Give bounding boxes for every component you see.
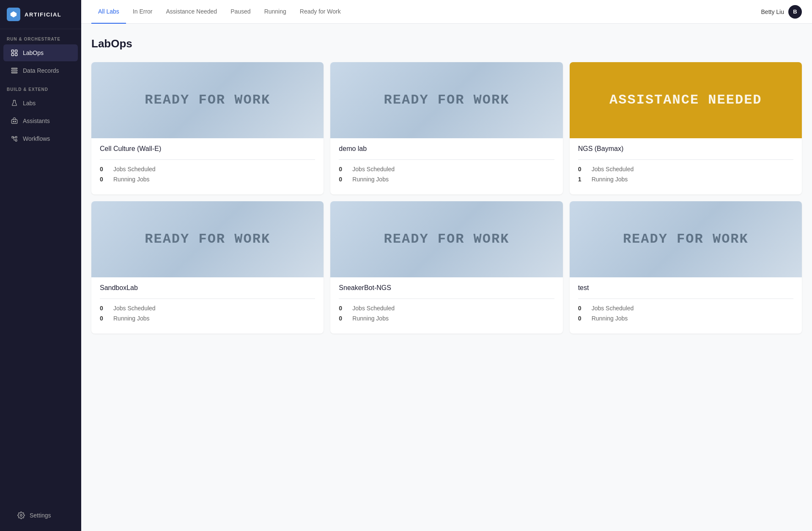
lab-card-body: SandboxLab 0 Jobs Scheduled 0 Running Jo… — [91, 277, 324, 334]
page-title: LabOps — [91, 37, 802, 50]
running-jobs-label: Running Jobs — [113, 315, 150, 322]
sidebar-item-labs-label: Labs — [23, 100, 36, 107]
lab-stat-running: 0 Running Jobs — [339, 176, 554, 183]
lab-card-name: SandboxLab — [100, 284, 315, 292]
lab-status-text: READY FOR WORK — [377, 92, 516, 108]
jobs-scheduled-label: Jobs Scheduled — [113, 305, 156, 312]
lab-card-sneakerbot-ngs[interactable]: READY FOR WORK SneakerBot-NGS 0 Jobs Sch… — [330, 201, 562, 334]
lab-stat-scheduled: 0 Jobs Scheduled — [100, 305, 315, 312]
lab-card-body: Cell Culture (Wall-E) 0 Jobs Scheduled 0… — [91, 138, 324, 194]
lab-card-divider — [100, 159, 315, 160]
svg-point-10 — [15, 121, 16, 122]
jobs-scheduled-value: 0 — [339, 166, 346, 172]
lab-stat-scheduled: 0 Jobs Scheduled — [339, 166, 554, 172]
lab-card-ngs-baymax[interactable]: ASSISTANCE NEEDED NGS (Baymax) 0 Jobs Sc… — [570, 62, 802, 194]
lab-stat-running: 0 Running Jobs — [100, 176, 315, 183]
user-menu[interactable]: Betty Liu B — [761, 5, 802, 19]
running-jobs-label: Running Jobs — [592, 176, 628, 183]
sidebar-item-labs[interactable]: Labs — [3, 95, 78, 112]
nav-tabs: All Labs In Error Assistance Needed Paus… — [91, 0, 348, 23]
svg-rect-5 — [11, 68, 17, 69]
jobs-scheduled-label: Jobs Scheduled — [592, 166, 634, 172]
lab-stat-running: 0 Running Jobs — [100, 315, 315, 322]
sidebar-item-data-records-label: Data Records — [23, 67, 59, 74]
section-label-run: RUN & ORCHESTRATE — [0, 29, 81, 44]
svg-point-11 — [20, 515, 22, 517]
tab-in-error[interactable]: In Error — [126, 0, 159, 24]
lab-status-text: READY FOR WORK — [138, 231, 277, 247]
workflow-icon — [10, 134, 19, 143]
lab-stat-scheduled: 0 Jobs Scheduled — [578, 305, 793, 312]
svg-rect-7 — [11, 72, 17, 73]
user-avatar: B — [788, 5, 802, 19]
svg-rect-4 — [15, 54, 17, 56]
lab-card-cell-culture[interactable]: READY FOR WORK Cell Culture (Wall-E) 0 J… — [91, 62, 324, 194]
top-nav: All Labs In Error Assistance Needed Paus… — [81, 0, 812, 24]
lab-card-test[interactable]: READY FOR WORK test 0 Jobs Scheduled 0 R… — [570, 201, 802, 334]
running-jobs-value: 0 — [339, 176, 346, 183]
jobs-scheduled-label: Jobs Scheduled — [352, 305, 395, 312]
lab-card-divider — [100, 298, 315, 299]
grid-icon — [10, 49, 19, 57]
tab-running[interactable]: Running — [258, 0, 293, 24]
lab-card-sandbox-lab[interactable]: READY FOR WORK SandboxLab 0 Jobs Schedul… — [91, 201, 324, 334]
lab-status-text: READY FOR WORK — [138, 92, 277, 108]
lab-stat-running: 0 Running Jobs — [339, 315, 554, 322]
running-jobs-value: 1 — [578, 176, 585, 183]
lab-grid: READY FOR WORK Cell Culture (Wall-E) 0 J… — [91, 62, 802, 334]
running-jobs-label: Running Jobs — [113, 176, 150, 183]
lab-status-text: ASSISTANCE NEEDED — [603, 92, 768, 108]
lab-stat-running: 1 Running Jobs — [578, 176, 793, 183]
lab-status-text: READY FOR WORK — [377, 231, 516, 247]
lab-card-body: test 0 Jobs Scheduled 0 Running Jobs — [570, 277, 802, 334]
sidebar-item-labops-label: LabOps — [23, 49, 44, 56]
lab-stat-scheduled: 0 Jobs Scheduled — [339, 305, 554, 312]
lab-status-text: READY FOR WORK — [616, 231, 755, 247]
lab-card-name: SneakerBot-NGS — [339, 284, 554, 292]
sidebar-item-workflows[interactable]: Workflows — [3, 130, 78, 147]
jobs-scheduled-value: 0 — [100, 166, 107, 172]
lab-card-image: READY FOR WORK — [91, 62, 324, 138]
jobs-scheduled-label: Jobs Scheduled — [352, 166, 395, 172]
lab-stat-scheduled: 0 Jobs Scheduled — [100, 166, 315, 172]
svg-rect-6 — [11, 70, 17, 71]
lab-stat-running: 0 Running Jobs — [578, 315, 793, 322]
list-icon — [10, 66, 19, 75]
svg-rect-2 — [15, 50, 17, 52]
tab-paused[interactable]: Paused — [224, 0, 257, 24]
jobs-scheduled-value: 0 — [339, 305, 346, 312]
sidebar-logo[interactable]: ARTIFICIAL — [0, 0, 81, 29]
svg-point-9 — [13, 121, 14, 122]
svg-marker-0 — [11, 11, 16, 17]
lab-card-image: READY FOR WORK — [330, 62, 562, 138]
tab-ready-for-work[interactable]: Ready for Work — [293, 0, 348, 24]
sidebar: ARTIFICIAL RUN & ORCHESTRATE LabOps Data… — [0, 0, 81, 531]
tab-all-labs[interactable]: All Labs — [91, 0, 126, 24]
lab-card-divider — [339, 159, 554, 160]
sidebar-item-data-records[interactable]: Data Records — [3, 62, 78, 79]
lab-card-body: SneakerBot-NGS 0 Jobs Scheduled 0 Runnin… — [330, 277, 562, 334]
jobs-scheduled-value: 0 — [100, 305, 107, 312]
svg-rect-3 — [11, 54, 14, 56]
lab-card-body: NGS (Baymax) 0 Jobs Scheduled 1 Running … — [570, 138, 802, 194]
lab-card-image: ASSISTANCE NEEDED — [570, 62, 802, 138]
lab-card-body: demo lab 0 Jobs Scheduled 0 Running Jobs — [330, 138, 562, 194]
jobs-scheduled-value: 0 — [578, 305, 585, 312]
bot-icon — [10, 117, 19, 125]
lab-card-image: READY FOR WORK — [91, 201, 324, 277]
running-jobs-label: Running Jobs — [352, 315, 389, 322]
lab-card-demo-lab[interactable]: READY FOR WORK demo lab 0 Jobs Scheduled… — [330, 62, 562, 194]
lab-card-name: NGS (Baymax) — [578, 145, 793, 153]
sidebar-item-assistants-label: Assistants — [23, 118, 50, 124]
sidebar-item-assistants[interactable]: Assistants — [3, 112, 78, 129]
content-area: LabOps READY FOR WORK Cell Culture (Wall… — [81, 24, 812, 531]
tab-assistance-needed[interactable]: Assistance Needed — [159, 0, 224, 24]
lab-stat-scheduled: 0 Jobs Scheduled — [578, 166, 793, 172]
lab-card-divider — [578, 159, 793, 160]
sidebar-item-settings[interactable]: Settings — [10, 507, 71, 524]
main-content: All Labs In Error Assistance Needed Paus… — [81, 0, 812, 531]
sidebar-item-labops[interactable]: LabOps — [3, 44, 78, 61]
running-jobs-value: 0 — [339, 315, 346, 322]
running-jobs-value: 0 — [100, 176, 107, 183]
lab-card-name: Cell Culture (Wall-E) — [100, 145, 315, 153]
